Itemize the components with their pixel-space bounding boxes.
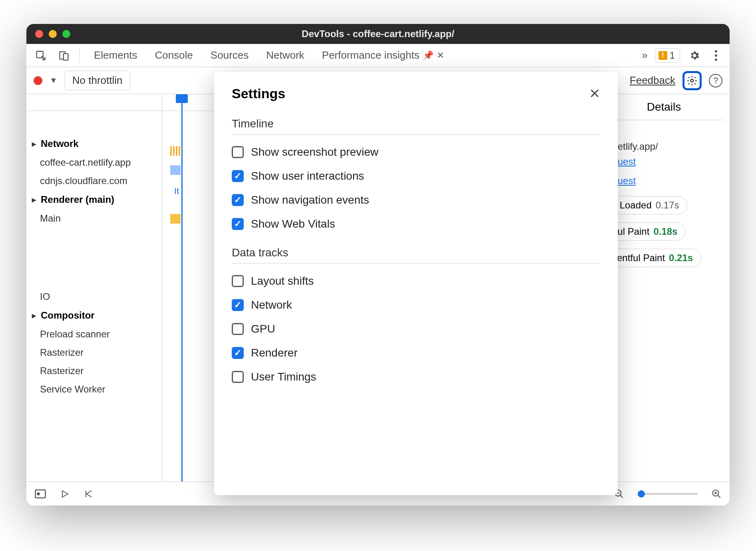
- metric-label: tful Paint: [612, 226, 649, 237]
- window-controls: [35, 30, 70, 38]
- issues-count: 1: [670, 50, 675, 61]
- settings-section-title: Timeline: [232, 117, 600, 135]
- settings-option[interactable]: GPU: [232, 323, 600, 335]
- checkbox-icon[interactable]: [232, 371, 244, 383]
- checkbox-icon[interactable]: ✓: [232, 299, 244, 311]
- divider: [79, 48, 80, 63]
- option-label: Show navigation events: [251, 194, 369, 206]
- tab-network[interactable]: Network: [266, 49, 304, 61]
- svg-point-5: [715, 58, 717, 61]
- close-icon[interactable]: ✕: [589, 85, 600, 101]
- sidebar-item-thread[interactable]: Service Worker: [26, 380, 162, 398]
- zoom-window-icon[interactable]: [62, 30, 70, 38]
- checkbox-icon[interactable]: [232, 323, 244, 335]
- settings-option[interactable]: ✓Show user interactions: [232, 170, 600, 182]
- window-title: DevTools - coffee-cart.netlify.app/: [26, 28, 730, 40]
- zoom-in-icon[interactable]: [711, 489, 722, 499]
- popover-title: Settings: [232, 86, 589, 101]
- throttle-label: No throttlin: [72, 74, 123, 86]
- checkbox-icon[interactable]: ✓: [232, 170, 244, 182]
- svg-point-6: [691, 79, 694, 82]
- console-drawer-icon[interactable]: [34, 489, 46, 499]
- option-label: Renderer: [251, 347, 298, 359]
- settings-option[interactable]: Show screenshot preview: [232, 146, 600, 159]
- tracks-sidebar: Network coffee-cart.netlify.app cdnjs.cl…: [26, 94, 162, 482]
- minimize-window-icon[interactable]: [49, 30, 57, 38]
- checkbox-icon[interactable]: ✓: [232, 347, 244, 359]
- settings-option[interactable]: Layout shifts: [232, 275, 600, 287]
- pin-icon[interactable]: 📌: [423, 50, 434, 61]
- sidebar-item-host[interactable]: coffee-cart.netlify.app: [26, 153, 162, 172]
- sidebar-item-thread[interactable]: Rasterizer: [26, 343, 162, 362]
- zoom-thumb[interactable]: [638, 490, 645, 497]
- metric-value: 0.17s: [656, 200, 679, 211]
- settings-popover: Settings ✕ TimelineShow screenshot previ…: [214, 72, 618, 495]
- zoom-slider[interactable]: [638, 493, 698, 495]
- record-button[interactable]: [34, 76, 42, 85]
- rewind-icon[interactable]: [83, 489, 94, 499]
- devtools-window: DevTools - coffee-cart.netlify.app/ Elem…: [26, 24, 730, 505]
- throttle-select[interactable]: No throttlin: [65, 71, 130, 90]
- tab-elements[interactable]: Elements: [94, 49, 137, 61]
- checkbox-icon[interactable]: ✓: [232, 218, 244, 230]
- titlebar: DevTools - coffee-cart.netlify.app/: [26, 24, 730, 44]
- issues-badge[interactable]: ! 1: [655, 48, 680, 63]
- option-label: Layout shifts: [251, 275, 314, 287]
- sidebar-item-compositor[interactable]: Compositor: [26, 306, 162, 325]
- track-bar: [170, 165, 181, 175]
- play-icon[interactable]: [60, 489, 70, 499]
- settings-icon[interactable]: [687, 48, 702, 63]
- details-title: Details: [604, 94, 724, 120]
- details-url: rt.netlify.app/: [604, 137, 724, 154]
- kebab-menu-icon[interactable]: [709, 48, 723, 63]
- option-label: Show screenshot preview: [251, 146, 378, 159]
- svg-point-4: [715, 54, 717, 57]
- svg-rect-2: [64, 54, 68, 60]
- inspect-icon[interactable]: [33, 48, 49, 63]
- sidebar-group-renderer[interactable]: Renderer (main): [26, 190, 162, 209]
- sidebar-item-thread[interactable]: Main: [26, 209, 162, 228]
- close-icon[interactable]: ✕: [437, 50, 444, 61]
- svg-point-3: [715, 50, 717, 52]
- option-label: GPU: [251, 323, 275, 335]
- metric-value: 0.21s: [669, 252, 693, 264]
- checkbox-icon[interactable]: ✓: [232, 194, 244, 206]
- tab-performance-insights[interactable]: Performance insights 📌 ✕: [322, 49, 444, 61]
- track-bar: [170, 214, 181, 224]
- settings-section-title: Data tracks: [232, 246, 600, 264]
- settings-option[interactable]: ✓Show navigation events: [232, 194, 600, 206]
- settings-option[interactable]: ✓Show Web Vitals: [232, 218, 600, 230]
- tab-console[interactable]: Console: [155, 49, 193, 61]
- request-link[interactable]: request: [604, 173, 724, 192]
- checkbox-icon[interactable]: [232, 275, 244, 287]
- help-icon[interactable]: ?: [709, 74, 722, 87]
- playhead-line: [181, 94, 183, 482]
- close-window-icon[interactable]: [35, 30, 43, 38]
- panel-settings-button[interactable]: [682, 71, 702, 90]
- checkbox-icon[interactable]: [232, 146, 244, 158]
- sidebar-group-network[interactable]: Network: [26, 134, 162, 153]
- tab-sources[interactable]: Sources: [211, 49, 249, 61]
- device-toggle-icon[interactable]: [56, 48, 72, 63]
- feedback-link[interactable]: Feedback: [630, 74, 675, 87]
- axis-hint: It: [174, 186, 179, 196]
- sidebar-item-thread[interactable]: Rasterizer: [26, 362, 162, 380]
- option-label: Network: [251, 299, 292, 311]
- panel-tabs-row: Elements Console Sources Network Perform…: [26, 44, 730, 67]
- settings-option[interactable]: ✓Renderer: [232, 347, 600, 359]
- metric-label: it Loaded: [612, 200, 652, 211]
- settings-option[interactable]: ✓Network: [232, 299, 600, 311]
- panel-tabs: Elements Console Sources Network Perform…: [94, 49, 632, 61]
- settings-option[interactable]: User Timings: [232, 371, 600, 383]
- details-label: t: [604, 120, 724, 137]
- track-bar: [170, 146, 181, 156]
- sidebar-item-thread[interactable]: IO: [26, 287, 162, 306]
- metric-pill[interactable]: itentful Paint 0.21s: [604, 249, 701, 267]
- record-menu-icon[interactable]: ▼: [50, 76, 58, 85]
- tab-label: Performance insights: [322, 49, 420, 61]
- request-link[interactable]: request: [604, 154, 724, 173]
- sidebar-item-thread[interactable]: Preload scanner: [26, 325, 162, 343]
- sidebar-item-host[interactable]: cdnjs.cloudflare.com: [26, 172, 162, 190]
- more-tabs-icon[interactable]: »: [642, 49, 647, 61]
- option-label: Show user interactions: [251, 170, 364, 182]
